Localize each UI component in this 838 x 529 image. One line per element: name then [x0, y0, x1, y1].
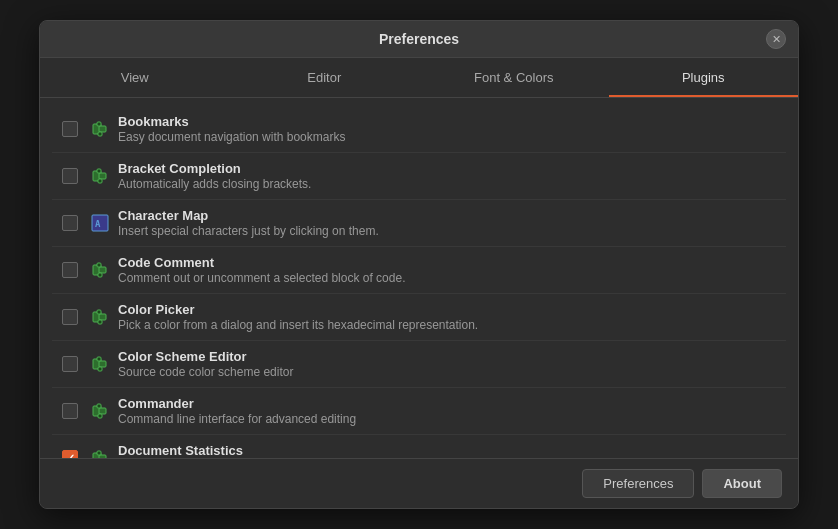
checkbox-character-map[interactable] — [62, 215, 78, 231]
svg-rect-20 — [97, 357, 101, 361]
plugin-icon-bookmarks — [90, 119, 110, 139]
plugin-icon-commander — [90, 401, 110, 421]
tab-plugins[interactable]: Plugins — [609, 58, 799, 97]
plugin-icon-code-comment — [90, 260, 110, 280]
checkbox-commander[interactable] — [62, 403, 78, 419]
svg-rect-7 — [98, 179, 102, 183]
plugin-row-bracket-completion: Bracket CompletionAutomatically adds clo… — [52, 153, 786, 200]
plugin-name-bookmarks: Bookmarks — [118, 114, 780, 129]
plugin-icon-color-scheme-editor — [90, 354, 110, 374]
checkbox-bracket-completion[interactable] — [62, 168, 78, 184]
plugin-icon-character-map: A — [90, 213, 110, 233]
svg-rect-16 — [97, 310, 101, 314]
plugin-desc-color-scheme-editor: Source code color scheme editor — [118, 365, 780, 379]
plugin-row-commander: CommanderCommand line interface for adva… — [52, 388, 786, 435]
plugin-row-document-statistics: Document StatisticsReport the number of … — [52, 435, 786, 458]
tab-bar: View Editor Font & Colors Plugins — [40, 58, 798, 98]
plugin-icon-color-picker — [90, 307, 110, 327]
svg-rect-12 — [97, 263, 101, 267]
dialog-title: Preferences — [379, 31, 459, 47]
plugin-list: BookmarksEasy document navigation with b… — [40, 98, 798, 458]
plugin-name-code-comment: Code Comment — [118, 255, 780, 270]
tab-view[interactable]: View — [40, 58, 230, 97]
checkbox-color-picker[interactable] — [62, 309, 78, 325]
plugin-row-code-comment: Code CommentComment out or uncomment a s… — [52, 247, 786, 294]
tab-font-colors[interactable]: Font & Colors — [419, 58, 609, 97]
plugin-name-color-picker: Color Picker — [118, 302, 780, 317]
checkbox-document-statistics[interactable] — [62, 450, 78, 458]
svg-rect-5 — [99, 173, 106, 179]
preferences-dialog: Preferences ✕ View Editor Font & Colors … — [39, 20, 799, 509]
plugin-desc-bookmarks: Easy document navigation with bookmarks — [118, 130, 780, 144]
plugin-name-character-map: Character Map — [118, 208, 780, 223]
checkbox-code-comment[interactable] — [62, 262, 78, 278]
footer: Preferences About — [40, 458, 798, 508]
plugin-row-character-map: A Character MapInsert special characters… — [52, 200, 786, 247]
svg-rect-1 — [99, 126, 106, 132]
svg-rect-24 — [97, 404, 101, 408]
plugin-desc-code-comment: Comment out or uncomment a selected bloc… — [118, 271, 780, 285]
svg-rect-25 — [98, 414, 102, 418]
plugin-desc-character-map: Insert special characters just by clicki… — [118, 224, 780, 238]
plugin-icon-document-statistics — [90, 448, 110, 458]
svg-rect-17 — [98, 320, 102, 324]
plugin-row-color-picker: Color PickerPick a color from a dialog a… — [52, 294, 786, 341]
checkbox-bookmarks[interactable] — [62, 121, 78, 137]
svg-rect-28 — [97, 451, 101, 455]
plugin-row-bookmarks: BookmarksEasy document navigation with b… — [52, 106, 786, 153]
plugin-desc-commander: Command line interface for advanced edit… — [118, 412, 780, 426]
svg-rect-6 — [97, 169, 101, 173]
svg-rect-19 — [99, 361, 106, 367]
tab-editor[interactable]: Editor — [230, 58, 420, 97]
svg-rect-2 — [97, 122, 101, 126]
plugin-icon-bracket-completion — [90, 166, 110, 186]
plugin-name-document-statistics: Document Statistics — [118, 443, 780, 458]
svg-rect-23 — [99, 408, 106, 414]
plugin-name-color-scheme-editor: Color Scheme Editor — [118, 349, 780, 364]
plugin-name-commander: Commander — [118, 396, 780, 411]
svg-rect-15 — [99, 314, 106, 320]
plugin-desc-color-picker: Pick a color from a dialog and insert it… — [118, 318, 780, 332]
svg-rect-13 — [98, 273, 102, 277]
svg-text:A: A — [95, 219, 101, 229]
preferences-button[interactable]: Preferences — [582, 469, 694, 498]
titlebar: Preferences ✕ — [40, 21, 798, 58]
checkbox-color-scheme-editor[interactable] — [62, 356, 78, 372]
svg-rect-3 — [98, 132, 102, 136]
plugin-desc-bracket-completion: Automatically adds closing brackets. — [118, 177, 780, 191]
plugin-name-bracket-completion: Bracket Completion — [118, 161, 780, 176]
svg-rect-21 — [98, 367, 102, 371]
svg-rect-11 — [99, 267, 106, 273]
about-button[interactable]: About — [702, 469, 782, 498]
close-button[interactable]: ✕ — [766, 29, 786, 49]
plugin-row-color-scheme-editor: Color Scheme EditorSource code color sch… — [52, 341, 786, 388]
